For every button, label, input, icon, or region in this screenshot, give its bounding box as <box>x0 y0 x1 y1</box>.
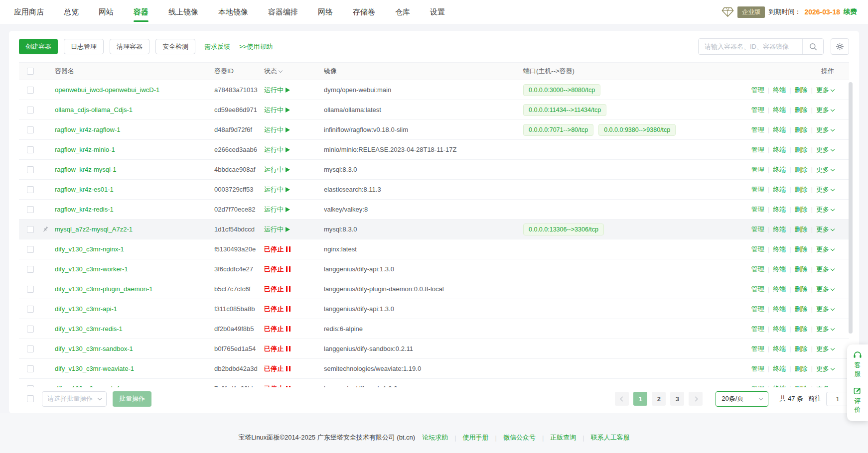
delete-link[interactable]: 删除 <box>795 126 808 133</box>
container-name-link[interactable]: ragflow_kr4z-ragflow-1 <box>55 126 121 133</box>
terminal-link[interactable]: 终端 <box>773 106 786 113</box>
manage-link[interactable]: 管理 <box>751 245 764 253</box>
manage-link[interactable]: 管理 <box>751 226 764 233</box>
delete-link[interactable]: 删除 <box>795 385 808 388</box>
container-name-link[interactable]: dify_v130_c3mr-nginx-1 <box>55 245 124 253</box>
row-checkbox[interactable] <box>27 385 34 388</box>
manage-link[interactable]: 管理 <box>751 106 764 113</box>
container-name-link[interactable]: ragflow_kr4z-es01-1 <box>55 186 114 193</box>
container-name-link[interactable]: ragflow_kr4z-mysql-1 <box>55 166 117 173</box>
delete-link[interactable]: 删除 <box>795 86 808 94</box>
per-page-select[interactable]: 20条/页 <box>716 391 768 407</box>
more-link[interactable]: 更多 <box>816 206 834 213</box>
manage-link[interactable]: 管理 <box>751 86 764 94</box>
vertical-scrollbar-thumb[interactable] <box>849 82 853 334</box>
container-name-link[interactable]: openwebui_iwcd-openwebui_iwcD-1 <box>55 86 159 94</box>
manage-link[interactable]: 管理 <box>751 365 764 372</box>
delete-link[interactable]: 删除 <box>795 325 808 333</box>
more-link[interactable]: 更多 <box>816 345 834 352</box>
more-link[interactable]: 更多 <box>816 325 834 333</box>
manage-link[interactable]: 管理 <box>751 305 764 313</box>
delete-link[interactable]: 删除 <box>795 186 808 193</box>
log-manage-button[interactable]: 日志管理 <box>64 39 104 54</box>
batch-operation-button[interactable]: 批量操作 <box>113 391 151 407</box>
delete-link[interactable]: 删除 <box>795 106 808 113</box>
nav-item-容器编排[interactable]: 容器编排 <box>268 0 298 24</box>
row-checkbox[interactable] <box>27 186 34 193</box>
delete-link[interactable]: 删除 <box>795 285 808 293</box>
status-filter-icon[interactable] <box>279 69 283 73</box>
review-item[interactable]: 评价 <box>854 387 862 414</box>
footer-link-使用手册[interactable]: 使用手册 <box>463 433 489 442</box>
row-checkbox[interactable] <box>27 166 34 173</box>
nav-item-本地镜像[interactable]: 本地镜像 <box>218 0 248 24</box>
delete-link[interactable]: 删除 <box>795 146 808 153</box>
container-name-link[interactable]: dify_v130_c3mr-api-1 <box>55 305 117 313</box>
manage-link[interactable]: 管理 <box>751 206 764 213</box>
table-settings-button[interactable] <box>831 38 849 55</box>
footer-link-微信公众号[interactable]: 微信公众号 <box>503 433 536 442</box>
terminal-link[interactable]: 终端 <box>773 186 786 193</box>
delete-link[interactable]: 删除 <box>795 305 808 313</box>
row-checkbox[interactable] <box>27 206 34 213</box>
manage-link[interactable]: 管理 <box>751 345 764 352</box>
nav-item-仓库[interactable]: 仓库 <box>395 0 410 24</box>
page-button-3[interactable]: 3 <box>670 392 684 406</box>
nav-item-设置[interactable]: 设置 <box>430 0 445 24</box>
row-checkbox[interactable] <box>27 326 34 333</box>
terminal-link[interactable]: 终端 <box>773 325 786 333</box>
select-all-checkbox[interactable] <box>27 68 34 75</box>
row-checkbox[interactable] <box>27 87 34 94</box>
terminal-link[interactable]: 终端 <box>773 365 786 372</box>
more-link[interactable]: 更多 <box>816 305 834 313</box>
row-checkbox[interactable] <box>27 345 34 352</box>
customer-service-item[interactable]: 客服 <box>853 351 862 378</box>
container-name-link[interactable]: dify_v130_c3mr-weaviate-1 <box>55 365 134 372</box>
row-checkbox[interactable] <box>27 306 34 313</box>
page-button-1[interactable]: 1 <box>633 392 647 406</box>
footer-link-正版查询[interactable]: 正版查询 <box>550 433 576 442</box>
container-name-link[interactable]: mysql_a7z2-mysql_A7z2-1 <box>55 226 133 233</box>
terminal-link[interactable]: 终端 <box>773 265 786 273</box>
page-button-2[interactable]: 2 <box>652 392 666 406</box>
clean-container-button[interactable]: 清理容器 <box>110 39 149 54</box>
row-checkbox[interactable] <box>27 286 34 293</box>
terminal-link[interactable]: 终端 <box>773 126 786 133</box>
terminal-link[interactable]: 终端 <box>773 345 786 352</box>
nav-item-容器[interactable]: 容器 <box>134 0 148 24</box>
more-link[interactable]: 更多 <box>816 285 834 293</box>
nav-item-线上镜像[interactable]: 线上镜像 <box>168 0 198 24</box>
terminal-link[interactable]: 终端 <box>773 285 786 293</box>
terminal-link[interactable]: 终端 <box>773 385 786 388</box>
container-name-link[interactable]: ollama_cdjs-ollama_Cdjs-1 <box>55 106 133 113</box>
manage-link[interactable]: 管理 <box>751 166 764 173</box>
container-name-link[interactable]: dify_v130_c3mr-web-1 <box>55 385 121 387</box>
nav-item-网站[interactable]: 网站 <box>99 0 114 24</box>
footer-link-联系人工客服[interactable]: 联系人工客服 <box>591 433 630 442</box>
renew-link[interactable]: 续费 <box>844 7 857 16</box>
manage-link[interactable]: 管理 <box>751 265 764 273</box>
container-name-link[interactable]: dify_v130_c3mr-worker-1 <box>55 265 128 273</box>
delete-link[interactable]: 删除 <box>795 226 808 233</box>
terminal-link[interactable]: 终端 <box>773 245 786 253</box>
prev-page-button[interactable] <box>615 392 629 406</box>
row-checkbox[interactable] <box>27 107 34 113</box>
more-link[interactable]: 更多 <box>816 186 834 193</box>
next-page-button[interactable] <box>689 392 703 406</box>
terminal-link[interactable]: 终端 <box>773 146 786 153</box>
create-container-button[interactable]: 创建容器 <box>19 39 58 54</box>
row-checkbox[interactable] <box>27 365 34 372</box>
container-name-link[interactable]: ragflow_kr4z-redis-1 <box>55 206 114 213</box>
terminal-link[interactable]: 终端 <box>773 226 786 233</box>
delete-link[interactable]: 删除 <box>795 365 808 372</box>
terminal-link[interactable]: 终端 <box>773 86 786 94</box>
nav-item-存储卷[interactable]: 存储卷 <box>353 0 375 24</box>
terminal-link[interactable]: 终端 <box>773 206 786 213</box>
manage-link[interactable]: 管理 <box>751 285 764 293</box>
nav-item-网络[interactable]: 网络 <box>318 0 333 24</box>
more-link[interactable]: 更多 <box>816 385 834 388</box>
delete-link[interactable]: 删除 <box>795 166 808 173</box>
more-link[interactable]: 更多 <box>816 106 834 113</box>
help-link[interactable]: >>使用帮助 <box>239 42 273 51</box>
more-link[interactable]: 更多 <box>816 245 834 253</box>
